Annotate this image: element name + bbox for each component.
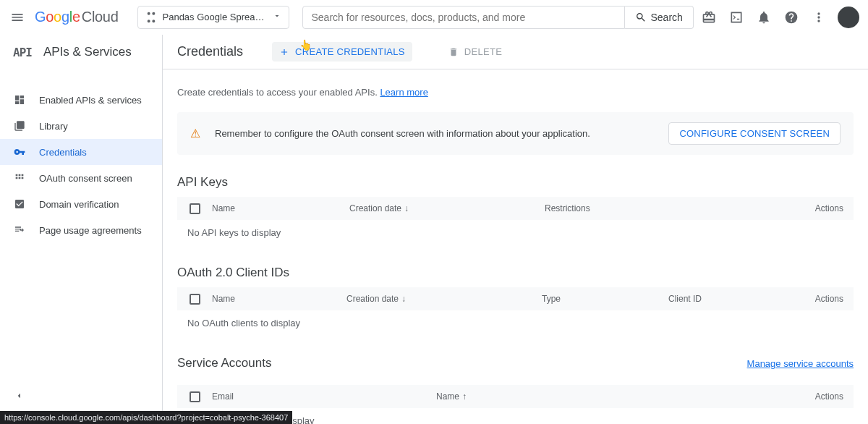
help-icon[interactable] — [783, 9, 800, 26]
table-header: Name Creation date↓ Restrictions Actions — [177, 197, 854, 220]
search-input[interactable] — [302, 6, 625, 29]
trash-icon — [448, 47, 459, 57]
col-actions: Actions — [815, 203, 854, 213]
project-name: Pandas Google Spreadsh... — [163, 12, 267, 22]
sidebar: API APIs & Services Enabled APIs & servi… — [0, 35, 163, 424]
col-creation-date[interactable]: Creation date↓ — [346, 294, 542, 304]
topbar-actions — [700, 7, 859, 28]
sort-down-icon: ↓ — [404, 203, 409, 213]
content: Credentials CREATE CREDENTIALS 👆 DELETE … — [163, 35, 868, 424]
col-actions: Actions — [815, 391, 854, 402]
top-bar: Google Cloud Pandas Google Spreadsh... S… — [0, 0, 868, 35]
create-credentials-label: CREATE CREDENTIALS — [295, 46, 405, 57]
table-empty: No OAuth clients to display — [177, 310, 854, 336]
agreement-icon — [13, 224, 26, 237]
api-icon: API — [13, 46, 32, 59]
sidebar-item-credentials[interactable]: Credentials — [0, 139, 162, 165]
api-keys-table: Name Creation date↓ Restrictions Actions… — [177, 197, 854, 245]
table-header: Name Creation date↓ Type Client ID Actio… — [177, 287, 854, 310]
plus-icon — [279, 47, 289, 57]
section-api-keys: API Keys Name Creation date↓ Restriction… — [177, 175, 854, 245]
col-name[interactable]: Name↑ — [436, 391, 815, 402]
table-empty: No API keys to display — [177, 220, 854, 245]
oauth-table: Name Creation date↓ Type Client ID Actio… — [177, 287, 854, 336]
chevron-down-icon — [273, 12, 281, 22]
sort-down-icon: ↓ — [401, 294, 406, 304]
content-body: Create credentials to access your enable… — [163, 69, 868, 424]
section-title: Service Accounts — [177, 356, 271, 370]
delete-button[interactable]: DELETE — [441, 42, 509, 62]
logo[interactable]: Google Cloud — [35, 9, 119, 25]
section-title: OAuth 2.0 Client IDs — [177, 266, 854, 280]
col-actions: Actions — [815, 294, 854, 304]
sidebar-item-library[interactable]: Library — [0, 113, 162, 139]
manage-service-accounts-link[interactable]: Manage service accounts — [747, 358, 854, 369]
verified-icon — [13, 198, 26, 211]
select-all-checkbox[interactable] — [190, 391, 200, 402]
col-email[interactable]: Email — [212, 391, 436, 402]
select-all-checkbox[interactable] — [190, 294, 200, 305]
col-client-id[interactable]: Client ID — [668, 294, 815, 304]
col-type[interactable]: Type — [542, 294, 668, 304]
delete-label: DELETE — [464, 46, 502, 57]
sidebar-item-label: Page usage agreements — [39, 225, 142, 236]
logo-suffix: Cloud — [82, 9, 119, 25]
sidebar-item-label: Library — [39, 121, 68, 132]
intro-text: Create credentials to access your enable… — [177, 87, 854, 98]
project-picker[interactable]: Pandas Google Spreadsh... — [137, 6, 289, 29]
sidebar-item-label: Enabled APIs & services — [39, 95, 142, 106]
col-restrictions[interactable]: Restrictions — [545, 203, 815, 213]
sidebar-item-label: Domain verification — [39, 199, 119, 210]
key-icon — [13, 145, 26, 158]
sidebar-item-oauth-consent[interactable]: OAuth consent screen — [0, 165, 162, 191]
sidebar-item-label: OAuth consent screen — [39, 173, 132, 184]
table-header: Email Name↑ Actions — [177, 385, 854, 408]
consent-alert: ⚠ Remember to configure the OAuth consen… — [177, 112, 854, 155]
sidebar-header: API APIs & Services — [0, 35, 162, 69]
cloud-shell-icon[interactable] — [728, 9, 745, 26]
sidebar-items: Enabled APIs & services Library Credenti… — [0, 69, 162, 243]
sidebar-item-label: Credentials — [39, 147, 87, 158]
sidebar-item-page-usage[interactable]: Page usage agreements — [0, 217, 162, 243]
content-header: Credentials CREATE CREDENTIALS 👆 DELETE — [163, 35, 868, 69]
avatar[interactable] — [838, 7, 859, 28]
sidebar-title: APIs & Services — [43, 45, 132, 59]
col-name[interactable]: Name — [212, 294, 346, 304]
section-oauth: OAuth 2.0 Client IDs Name Creation date↓… — [177, 266, 854, 336]
section-title: API Keys — [177, 175, 854, 190]
sidebar-item-enabled-apis[interactable]: Enabled APIs & services — [0, 87, 162, 113]
search-container: Search — [302, 6, 694, 29]
col-creation-date[interactable]: Creation date↓ — [349, 203, 545, 213]
create-credentials-button[interactable]: CREATE CREDENTIALS 👆 — [272, 42, 412, 62]
col-name[interactable]: Name — [212, 203, 349, 213]
sidebar-item-domain-verification[interactable]: Domain verification — [0, 191, 162, 217]
gift-icon[interactable] — [700, 9, 718, 26]
collapse-sidebar-icon[interactable] — [13, 390, 25, 404]
main-layout: API APIs & Services Enabled APIs & servi… — [0, 35, 868, 424]
search-button[interactable]: Search — [625, 6, 694, 29]
library-icon — [13, 119, 26, 132]
dashboard-icon — [13, 93, 26, 106]
configure-consent-button[interactable]: CONFIGURE CONSENT SCREEN — [668, 122, 841, 145]
notifications-icon[interactable] — [755, 9, 773, 26]
alert-text: Remember to configure the OAuth consent … — [215, 128, 654, 139]
project-icon — [145, 12, 157, 23]
page-title: Credentials — [177, 44, 243, 59]
status-bar-url: https://console.cloud.google.com/apis/da… — [0, 411, 292, 424]
warning-icon: ⚠ — [190, 127, 200, 140]
search-icon — [635, 12, 647, 23]
select-all-checkbox[interactable] — [190, 203, 200, 214]
menu-icon[interactable] — [9, 9, 26, 26]
sort-up-icon: ↑ — [462, 391, 467, 402]
search-button-label: Search — [651, 12, 683, 23]
consent-icon — [13, 171, 26, 185]
more-icon[interactable] — [810, 9, 827, 26]
learn-more-link[interactable]: Learn more — [380, 87, 427, 98]
